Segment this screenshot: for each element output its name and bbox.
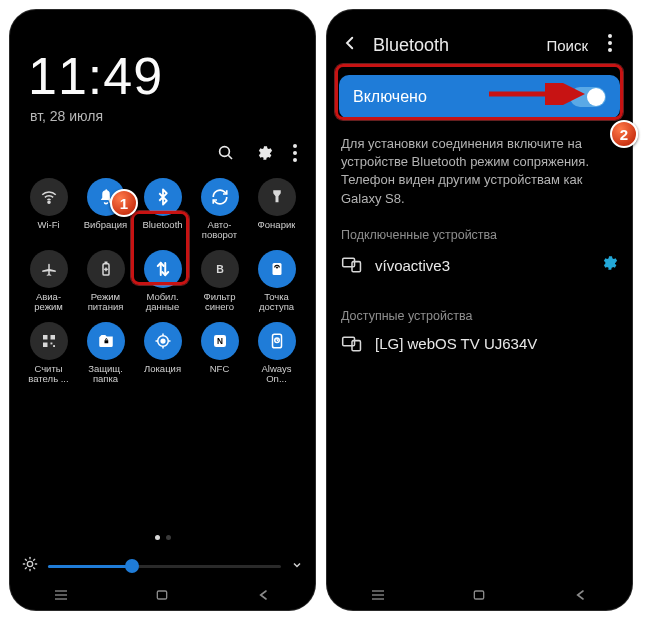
tile-label: Always On... bbox=[250, 364, 303, 386]
tile-location[interactable]: Локация bbox=[136, 322, 189, 386]
bluefilter-icon[interactable]: B bbox=[201, 250, 239, 288]
wifi-icon[interactable] bbox=[30, 178, 68, 216]
mobiledata-icon[interactable] bbox=[144, 250, 182, 288]
svg-point-15 bbox=[276, 267, 278, 269]
tile-label: Авиа- режим bbox=[22, 292, 75, 314]
tile-label: Режим питания bbox=[79, 292, 132, 314]
svg-point-47 bbox=[608, 34, 612, 38]
svg-line-41 bbox=[25, 568, 26, 569]
tile-qrscan[interactable]: Считы ватель ... bbox=[22, 322, 75, 386]
back-icon[interactable] bbox=[341, 34, 359, 57]
nav-home[interactable] bbox=[142, 588, 182, 602]
annotation-badge-1: 1 bbox=[110, 189, 138, 217]
brightness-expand-icon[interactable] bbox=[291, 557, 303, 575]
brightness-icon bbox=[22, 556, 38, 576]
bluetooth-icon[interactable] bbox=[144, 178, 182, 216]
aod-icon[interactable] bbox=[258, 322, 296, 360]
airplane-icon[interactable] bbox=[30, 250, 68, 288]
tile-mobiledata[interactable]: Мобил. данные bbox=[136, 250, 189, 314]
svg-line-1 bbox=[228, 155, 232, 159]
nav-recents[interactable] bbox=[358, 588, 398, 602]
svg-line-40 bbox=[34, 568, 35, 569]
tile-wifi[interactable]: Wi-Fi bbox=[22, 178, 75, 242]
tile-label: Локация bbox=[144, 364, 181, 386]
page-indicator[interactable] bbox=[10, 535, 315, 540]
bluetooth-description: Для установки соединения включите на уст… bbox=[339, 135, 620, 208]
available-devices-header: Доступные устройства bbox=[339, 309, 620, 323]
connected-devices-header: Подключенные устройства bbox=[339, 228, 620, 242]
brightness-slider[interactable] bbox=[22, 556, 303, 576]
tile-nfc[interactable]: NNFC bbox=[193, 322, 246, 386]
device-settings-gear-icon[interactable] bbox=[600, 254, 618, 277]
annotation-badge-2: 2 bbox=[610, 120, 638, 148]
more-icon[interactable] bbox=[293, 144, 297, 166]
tile-bluefilter[interactable]: BФильтр синего bbox=[193, 250, 246, 314]
tile-airplane[interactable]: Авиа- режим bbox=[22, 250, 75, 314]
svg-text:B: B bbox=[216, 263, 224, 275]
svg-point-2 bbox=[293, 144, 297, 148]
bluetooth-main-toggle[interactable]: Включено bbox=[339, 75, 620, 119]
svg-point-48 bbox=[608, 41, 612, 45]
gear-icon[interactable] bbox=[255, 144, 273, 166]
powermode-icon[interactable] bbox=[87, 250, 125, 288]
toggle-switch[interactable] bbox=[570, 87, 606, 107]
secfolder-icon[interactable] bbox=[87, 322, 125, 360]
svg-text:N: N bbox=[217, 337, 223, 346]
nav-recents[interactable] bbox=[41, 588, 81, 602]
nav-back[interactable] bbox=[561, 588, 601, 602]
qrscan-icon[interactable] bbox=[30, 322, 68, 360]
svg-point-4 bbox=[293, 158, 297, 162]
svg-point-34 bbox=[27, 561, 32, 566]
search-icon[interactable] bbox=[217, 144, 235, 166]
svg-rect-21 bbox=[104, 340, 108, 343]
svg-rect-58 bbox=[475, 591, 484, 599]
phone-quicksettings: 11:49 вт, 28 июля Wi-FiВибрацияBluetooth… bbox=[10, 10, 315, 610]
svg-point-23 bbox=[161, 339, 165, 343]
search-button[interactable]: Поиск bbox=[546, 37, 588, 54]
devices-icon bbox=[341, 256, 363, 274]
svg-rect-20 bbox=[53, 345, 55, 347]
nfc-icon[interactable]: N bbox=[201, 322, 239, 360]
autorotate-icon[interactable] bbox=[201, 178, 239, 216]
page-title: Bluetooth bbox=[373, 35, 532, 56]
tile-autorotate[interactable]: Авто- поворот bbox=[193, 178, 246, 242]
phone-bluetooth-settings: Bluetooth Поиск Включено 2 Для установки… bbox=[327, 10, 632, 610]
tile-label: Wi-Fi bbox=[37, 220, 59, 242]
more-icon[interactable] bbox=[602, 34, 618, 57]
android-navbar bbox=[10, 588, 315, 602]
tile-bluetooth[interactable]: Bluetooth bbox=[136, 178, 189, 242]
hotspot-icon[interactable] bbox=[258, 250, 296, 288]
svg-line-42 bbox=[34, 559, 35, 560]
svg-line-39 bbox=[25, 559, 26, 560]
devices-icon bbox=[341, 335, 363, 353]
svg-rect-18 bbox=[43, 343, 48, 348]
svg-rect-17 bbox=[50, 335, 55, 340]
tile-label: Bluetooth bbox=[142, 220, 182, 242]
svg-point-0 bbox=[220, 147, 230, 157]
svg-rect-46 bbox=[158, 591, 167, 599]
svg-rect-19 bbox=[50, 343, 52, 345]
tile-label: Авто- поворот bbox=[193, 220, 246, 242]
tile-flashlight[interactable]: Фонарик bbox=[250, 178, 303, 242]
tile-hotspot[interactable]: Точка доступа bbox=[250, 250, 303, 314]
tile-label: Считы ватель ... bbox=[22, 364, 75, 386]
svg-point-5 bbox=[47, 201, 49, 203]
clock-time: 11:49 bbox=[28, 46, 303, 106]
tile-label: Защищ. папка bbox=[79, 364, 132, 386]
tile-label: NFC bbox=[210, 364, 230, 386]
tile-label: Фильтр синего bbox=[193, 292, 246, 314]
tile-aod[interactable]: Always On... bbox=[250, 322, 303, 386]
tile-powermode[interactable]: Режим питания bbox=[79, 250, 132, 314]
nav-home[interactable] bbox=[459, 588, 499, 602]
device-row[interactable]: vívoactive3 bbox=[339, 242, 620, 289]
nav-back[interactable] bbox=[244, 588, 284, 602]
svg-point-49 bbox=[608, 48, 612, 52]
tile-secfolder[interactable]: Защищ. папка bbox=[79, 322, 132, 386]
device-row[interactable]: [LG] webOS TV UJ634V bbox=[339, 323, 620, 365]
clock-date: вт, 28 июля bbox=[30, 108, 303, 124]
location-icon[interactable] bbox=[144, 322, 182, 360]
flashlight-icon[interactable] bbox=[258, 178, 296, 216]
toggle-label: Включено bbox=[353, 88, 427, 106]
tile-label: Фонарик bbox=[258, 220, 296, 242]
android-navbar bbox=[327, 588, 632, 602]
